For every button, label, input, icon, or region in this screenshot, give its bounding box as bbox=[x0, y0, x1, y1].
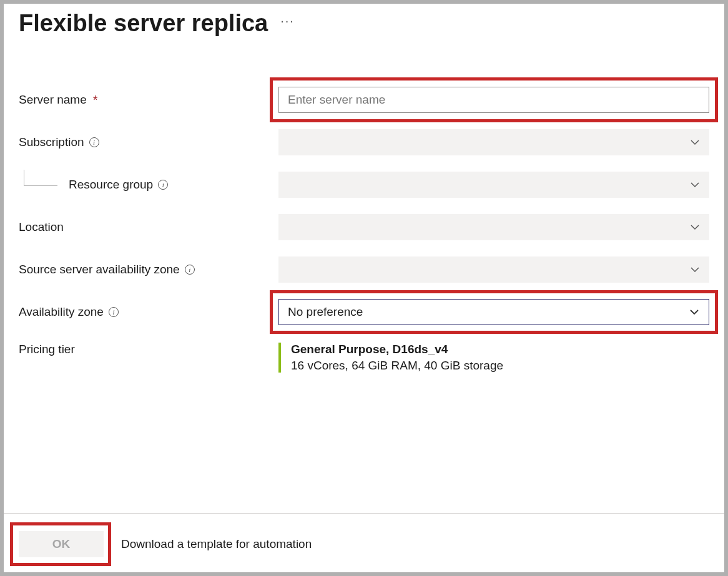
label-server-name: Server name * bbox=[19, 93, 278, 107]
pricing-tier-detail: 16 vCores, 64 GiB RAM, 40 GiB storage bbox=[291, 359, 709, 373]
pricing-tier-block: General Purpose, D16ds_v4 16 vCores, 64 … bbox=[278, 343, 709, 373]
resource-group-dropdown[interactable] bbox=[278, 172, 709, 198]
subscription-dropdown[interactable] bbox=[278, 129, 709, 155]
required-indicator: * bbox=[93, 93, 98, 107]
page-title: Flexible server replica bbox=[19, 10, 268, 37]
location-dropdown[interactable] bbox=[278, 214, 709, 240]
chevron-down-icon bbox=[681, 172, 709, 198]
label-pricing-tier: Pricing tier bbox=[19, 341, 278, 356]
label-source-zone: Source server availability zone i bbox=[19, 263, 278, 276]
content-area: Flexible server replica ··· Server name … bbox=[4, 4, 724, 513]
label-availability-zone: Availability zone i bbox=[19, 305, 278, 319]
chevron-down-icon bbox=[681, 256, 709, 283]
more-icon[interactable]: ··· bbox=[280, 14, 295, 28]
info-icon[interactable]: i bbox=[109, 307, 119, 317]
source-zone-dropdown[interactable] bbox=[278, 256, 709, 283]
row-subscription: Subscription i bbox=[19, 129, 709, 155]
label-resource-group: Resource group i bbox=[19, 178, 278, 192]
info-icon[interactable]: i bbox=[185, 265, 195, 275]
row-location: Location bbox=[19, 214, 709, 240]
chevron-down-icon bbox=[680, 300, 709, 325]
server-name-input[interactable] bbox=[278, 87, 709, 113]
pricing-tier-title: General Purpose, D16ds_v4 bbox=[291, 343, 709, 356]
row-resource-group: Resource group i bbox=[19, 172, 709, 198]
row-source-zone: Source server availability zone i bbox=[19, 256, 709, 283]
info-icon[interactable]: i bbox=[89, 137, 99, 147]
row-server-name: Server name * bbox=[19, 87, 709, 113]
label-subscription: Subscription i bbox=[19, 135, 278, 149]
download-template-link[interactable]: Download a template for automation bbox=[121, 537, 312, 551]
tree-line bbox=[24, 170, 57, 186]
window: Flexible server replica ··· Server name … bbox=[4, 4, 724, 572]
row-availability-zone: Availability zone i No preference bbox=[19, 299, 709, 325]
header: Flexible server replica ··· bbox=[19, 10, 709, 37]
ok-button[interactable]: OK bbox=[19, 531, 104, 557]
chevron-down-icon bbox=[681, 129, 709, 155]
row-pricing-tier: Pricing tier General Purpose, D16ds_v4 1… bbox=[19, 341, 709, 373]
info-icon[interactable]: i bbox=[158, 180, 168, 190]
chevron-down-icon bbox=[681, 214, 709, 240]
footer: OK Download a template for automation bbox=[4, 513, 724, 572]
availability-zone-dropdown[interactable]: No preference bbox=[278, 299, 709, 325]
label-location: Location bbox=[19, 220, 278, 234]
